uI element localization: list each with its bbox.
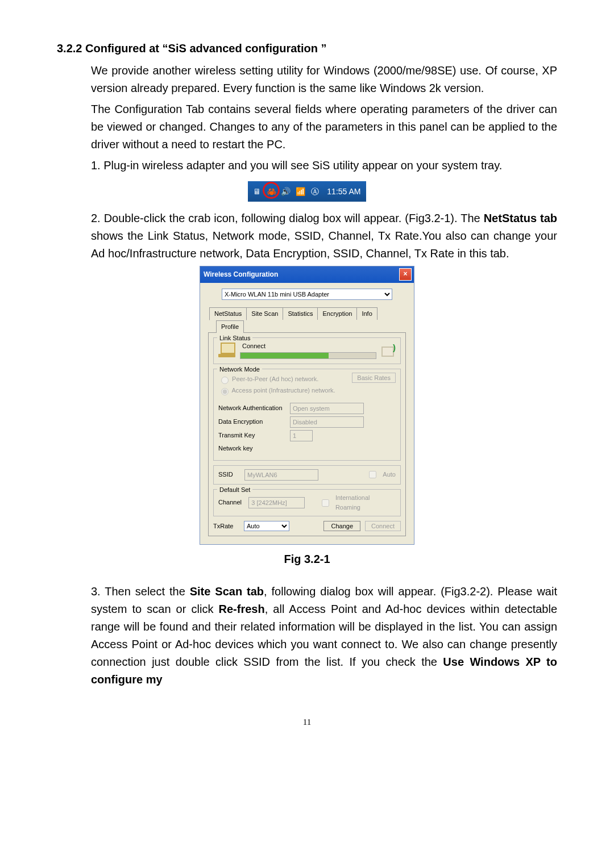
radio-infrastructure-label: Access point (Infrastructure) network. — [231, 387, 335, 394]
dialog-titlebar: Wireless Configuration × — [200, 266, 414, 283]
sitescan-bold: Site Scan tab — [190, 585, 264, 598]
tray-lang-icon: Ⓐ — [309, 181, 321, 202]
group-default-label: Default Set — [217, 485, 252, 495]
group-mode-label: Network Mode — [217, 365, 262, 374]
group-network-mode: Network Mode Basic Rates Peer-to-Peer (A… — [213, 369, 401, 461]
group-ssid: SSID MyWLAN6 Auto — [213, 465, 401, 485]
paragraph-4-pre: 2. Double-click the crab icon, following… — [91, 212, 484, 224]
tab-bar: NetStatusSite ScanStatisticsEncryptionIn… — [208, 307, 406, 333]
auto-label: Auto — [383, 470, 396, 479]
channel-label: Channel — [218, 498, 244, 507]
paragraph-2: The Configuration Tab contains several f… — [91, 101, 557, 153]
tray-clock: 11:55 AM — [327, 181, 360, 202]
paragraph-1: We provide another wireless setting util… — [91, 62, 557, 97]
auth-label: Network Authentication — [218, 403, 287, 413]
roaming-checkbox[interactable] — [322, 499, 329, 507]
close-icon[interactable]: × — [399, 268, 412, 281]
tab-sitescan[interactable]: Site Scan — [246, 307, 283, 320]
txkey-label: Transmit Key — [218, 431, 287, 440]
ssid-label: SSID — [218, 470, 240, 479]
adapter-select[interactable]: X-Micro WLAN 11b mini USB Adapter — [222, 289, 392, 300]
tab-info[interactable]: Info — [356, 307, 377, 320]
netstatus-tab-bold: NetStatus tab — [484, 212, 557, 224]
red-circle-highlight — [263, 182, 280, 199]
enc-select[interactable]: Disabled — [290, 416, 364, 428]
group-link-label: Link Status — [217, 333, 252, 343]
link-state-text: Connect — [242, 341, 376, 351]
dialog-title: Wireless Configuration — [204, 270, 278, 278]
tab-encryption[interactable]: Encryption — [317, 307, 357, 320]
change-button[interactable]: Change — [323, 521, 360, 531]
txrate-select[interactable]: Auto — [244, 521, 289, 531]
auto-checkbox[interactable] — [369, 471, 376, 478]
txkey-select[interactable]: 1 — [290, 430, 313, 441]
paragraph-5-pre: 3. Then select the — [91, 585, 190, 598]
tray-volume-icon: 🔊 — [280, 181, 292, 202]
wireless-config-dialog: Wireless Configuration × X-Micro WLAN 11… — [200, 266, 414, 545]
auth-select[interactable]: Open system — [290, 403, 364, 414]
tab-statistics[interactable]: Statistics — [283, 307, 318, 320]
radio-adhoc-label: Peer-to-Peer (Ad hoc) network. — [232, 375, 318, 382]
group-link-status: Link Status Connect — [213, 337, 401, 364]
txrate-label: TxRate — [213, 521, 239, 531]
radio-adhoc[interactable] — [221, 377, 229, 384]
paragraph-4: 2. Double-click the crab icon, following… — [91, 210, 557, 262]
figure-caption: Fig 3.2-1 — [57, 550, 557, 568]
netkey-label: Network key — [218, 444, 287, 453]
system-tray: 🖥 🦀 🔊 📶 Ⓐ 11:55 AM — [248, 181, 367, 202]
link-strength-bar — [240, 352, 376, 359]
ssid-input[interactable]: MyWLAN6 — [244, 469, 318, 481]
accesspoint-icon — [380, 343, 396, 357]
dialog-figure: Wireless Configuration × X-Micro WLAN 11… — [57, 266, 557, 545]
paragraph-4-post: shows the Link Status, Network mode, SSI… — [91, 229, 557, 260]
basic-rates-button[interactable]: Basic Rates — [352, 373, 396, 383]
paragraph-5: 3. Then select the Site Scan tab, follow… — [91, 583, 557, 688]
refresh-bold: Re-fresh — [219, 603, 265, 615]
paragraph-3: 1. Plug-in wireless adapter and you will… — [91, 157, 557, 174]
page-number: 11 — [57, 716, 557, 729]
section-heading: 3.2.2 Configured at “SiS advanced config… — [57, 40, 557, 57]
system-tray-figure: 🖥 🦀 🔊 📶 Ⓐ 11:55 AM — [57, 181, 557, 202]
laptop-icon — [218, 343, 237, 357]
connect-button[interactable]: Connect — [365, 521, 401, 531]
tab-netstatus[interactable]: NetStatus — [209, 307, 247, 320]
radio-infrastructure[interactable] — [221, 388, 229, 395]
enc-label: Data Encryption — [218, 417, 287, 427]
tray-network-icon: 📶 — [294, 181, 306, 202]
channel-select[interactable]: 3 [2422MHz] — [248, 497, 305, 508]
tab-content-netstatus: Link Status Connect Network Mode Basic R… — [208, 333, 406, 536]
tray-monitor-icon: 🖥 — [251, 181, 263, 202]
roaming-label: International Roaming — [335, 493, 396, 512]
tab-profile[interactable]: Profile — [216, 320, 244, 333]
group-default-set: Default Set Channel 3 [2422MHz] Internat… — [213, 489, 401, 516]
